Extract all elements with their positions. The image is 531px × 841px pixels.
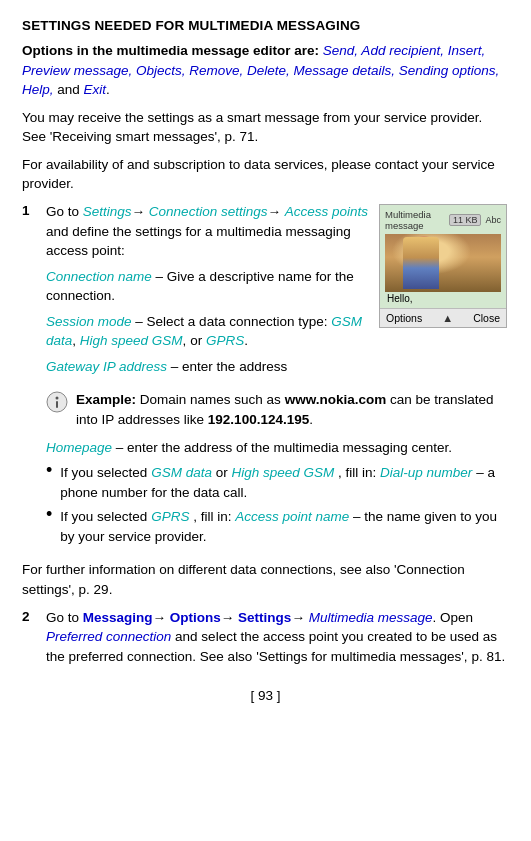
step-1-number: 1 [22, 202, 36, 552]
bullet1-dialup-link[interactable]: Dial-up number [380, 465, 472, 480]
phone-options-label[interactable]: Options [386, 312, 422, 324]
options-link[interactable]: Options [170, 610, 221, 625]
step-2-row: 2 Go to Messaging→ Options→ Settings→ Mu… [22, 608, 509, 673]
session-mode-para: Session mode – Select a data connection … [46, 312, 369, 351]
further-info: For further information on different dat… [22, 560, 509, 599]
bullet-2-text: If you selected GPRS , fill in: Access p… [60, 507, 509, 546]
connection-settings-link[interactable]: Connection settings [149, 204, 268, 219]
conn-name-para: Connection name – Give a descriptive nam… [46, 267, 369, 306]
phone-mockup: Multimedia message 11 KB Abc [379, 202, 509, 328]
example-label: Example: [76, 392, 136, 407]
intro-p2: For availability of and subscription to … [22, 155, 509, 194]
settings-link2[interactable]: Settings [238, 610, 291, 625]
gateway-ip-label: Gateway IP address [46, 359, 167, 374]
abc-badge: Abc [485, 215, 501, 225]
note-icon [46, 391, 68, 413]
phone-screen: Multimedia message 11 KB Abc [380, 205, 506, 308]
page-footer: [ 93 ] [22, 688, 509, 703]
step-1-para1: Go to Settings→ Connection settings→ Acc… [46, 202, 369, 261]
phone-photo [385, 234, 501, 292]
ip-address: 192.100.124.195 [208, 412, 309, 427]
page-number: [ 93 ] [250, 688, 280, 703]
high-speed-gsm-link[interactable]: High speed GSM [80, 333, 183, 348]
step-2-content: Go to Messaging→ Options→ Settings→ Mult… [46, 608, 509, 673]
page-title: SETTINGS NEEDED FOR MULTIMEDIA MESSAGING [22, 18, 509, 33]
access-points-link[interactable]: Access points [285, 204, 368, 219]
step-2-para: Go to Messaging→ Options→ Settings→ Mult… [46, 608, 509, 667]
note-row: Example: Domain names such as www.nokia.… [46, 390, 509, 429]
gprs-link[interactable]: GPRS [206, 333, 244, 348]
step-2-number: 2 [22, 608, 36, 673]
phone-badges: 11 KB Abc [449, 214, 501, 226]
gateway-ip-para: Gateway IP address – enter the address [46, 357, 369, 377]
domain-name: www.nokia.com [285, 392, 387, 407]
svg-point-1 [56, 397, 59, 400]
svg-rect-2 [56, 401, 58, 408]
settings-link[interactable]: Settings [83, 204, 132, 219]
step-1-row: 1 Go to Settings→ Connection settings→ A… [22, 202, 509, 552]
options-label: Options in the multimedia message editor… [22, 43, 319, 58]
bullet-1-text: If you selected GSM data or High speed G… [60, 463, 509, 502]
photo-person [403, 237, 439, 289]
homepage-para: Homepage – enter the address of the mult… [46, 438, 509, 458]
bullet-dot-1: • [46, 461, 52, 502]
bullet1-hsg-link[interactable]: High speed GSM [231, 465, 334, 480]
bullet2-apn-link[interactable]: Access point name [235, 509, 349, 524]
phone-close-label[interactable]: Close [473, 312, 500, 324]
phone-hello: Hello, [385, 292, 501, 306]
session-mode-label: Session mode [46, 314, 132, 329]
connection-name-label: Connection name [46, 269, 152, 284]
messaging-link[interactable]: Messaging [83, 610, 153, 625]
note-text: Example: Domain names such as www.nokia.… [76, 390, 509, 429]
bullet-dot-2: • [46, 505, 52, 546]
phone-box: Multimedia message 11 KB Abc [379, 204, 507, 328]
step-1-inner: Go to Settings→ Connection settings→ Acc… [46, 202, 509, 383]
size-badge: 11 KB [449, 214, 482, 226]
phone-scroll-icon: ▲ [442, 312, 453, 324]
bullet-list: • If you selected GSM data or High speed… [46, 463, 509, 546]
bullet-item-1: • If you selected GSM data or High speed… [46, 463, 509, 502]
bullet2-gprs-link[interactable]: GPRS [151, 509, 189, 524]
bullet1-gsm-link[interactable]: GSM data [151, 465, 212, 480]
mm-message-link[interactable]: Multimedia message [309, 610, 433, 625]
step-1-text: Go to Settings→ Connection settings→ Acc… [46, 202, 369, 383]
bullet-item-2: • If you selected GPRS , fill in: Access… [46, 507, 509, 546]
phone-title: Multimedia message [385, 209, 431, 232]
intro-p1: You may receive the settings as a smart … [22, 108, 509, 147]
step-1-content: Go to Settings→ Connection settings→ Acc… [46, 202, 509, 552]
phone-bottom-bar: Options ▲ Close [380, 308, 506, 327]
homepage-label: Homepage [46, 440, 112, 455]
phone-header: Multimedia message 11 KB Abc [385, 209, 501, 232]
preferred-connection-link[interactable]: Preferred connection [46, 629, 171, 644]
intro-options-paragraph: Options in the multimedia message editor… [22, 41, 509, 100]
